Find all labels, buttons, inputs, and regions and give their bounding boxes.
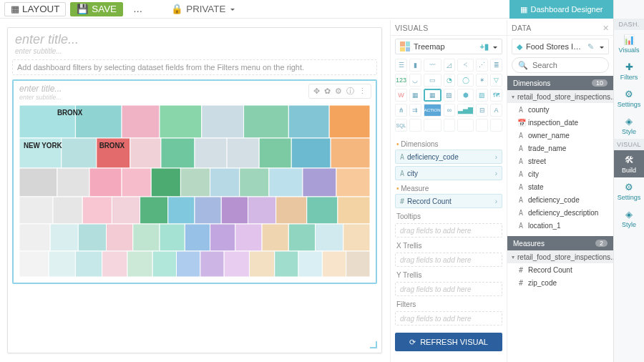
measures-group-header[interactable]: Measures 2	[507, 236, 613, 250]
edit-icon[interactable]: ✎	[587, 42, 594, 52]
refresh-label: REFRESH VISUAL	[420, 338, 488, 346]
viz-bar[interactable]: ▮	[409, 59, 421, 72]
dimension-field-deficiency-code[interactable]: Adeficiency_code	[507, 193, 613, 206]
svg-rect-39	[307, 197, 338, 224]
dashboard-subtitle-input[interactable]: enter subtitle...	[8, 47, 381, 58]
chevron-right-icon[interactable]: ›	[495, 153, 497, 161]
viz-combo[interactable]: ⧼	[457, 59, 474, 72]
tooltips-shelf[interactable]: drag fields to add here	[395, 223, 502, 238]
viz-action[interactable]: ACTION	[424, 104, 441, 117]
xtrellis-shelf[interactable]: drag fields to add here	[395, 253, 502, 267]
save-button[interactable]: 💾 SAVE	[70, 2, 123, 16]
dimensions-group-header[interactable]: Dimensions 10	[507, 76, 613, 90]
dimension-field-county[interactable]: Acounty	[507, 103, 613, 116]
viz-us[interactable]: 🗺	[490, 89, 502, 102]
dataset-selector[interactable]: ◆ Food Stores Inspection... ✎	[512, 39, 609, 54]
more-button[interactable]: …	[127, 2, 148, 16]
visual-card[interactable]: enter title... enter subtitle... ✥ ✿ ⚙ ⓘ…	[12, 79, 377, 284]
viz-text[interactable]: A	[490, 104, 502, 117]
canvas-resize-handle[interactable]	[370, 341, 377, 348]
dimension-pill-city[interactable]: Acity ›	[395, 166, 502, 180]
viz-kpi[interactable]: 123	[395, 74, 407, 87]
info-icon[interactable]: ⓘ	[346, 86, 354, 97]
viz-geo[interactable]: ⬢	[457, 89, 474, 102]
filters-shelf[interactable]: drag fields to add here	[395, 311, 502, 326]
viz-link[interactable]: ∞	[444, 104, 456, 117]
viz-blank1[interactable]	[409, 119, 421, 132]
rail-dash-settings[interactable]: ⚙Settings	[614, 84, 644, 112]
dimension-field-street[interactable]: Astreet	[507, 155, 613, 167]
refresh-visual-button[interactable]: ⟳ REFRESH VISUAL	[395, 333, 502, 351]
chevron-right-icon[interactable]: ›	[495, 170, 497, 177]
rail-visual-build[interactable]: 🛠Build	[614, 150, 644, 177]
add-visual-icon[interactable]: +▮	[480, 42, 489, 51]
viz-funnel[interactable]: ▽	[490, 74, 502, 87]
rail-dash-visuals[interactable]: 📊Visuals	[614, 30, 644, 57]
dimension-field-state[interactable]: Astate	[507, 180, 613, 193]
viz-box[interactable]: ⊟	[476, 104, 488, 117]
dimensions-shelf[interactable]: Adeficiency_code › Acity ›	[391, 150, 507, 180]
measure-field-zip-code[interactable]: #zip_code	[507, 276, 613, 289]
viz-gauge[interactable]: ◡	[409, 74, 421, 87]
settings-icon[interactable]: ✿	[324, 87, 331, 96]
viz-blank4[interactable]	[457, 119, 474, 132]
field-search[interactable]: 🔍 ⊗	[512, 57, 609, 73]
chevron-down-icon[interactable]	[597, 42, 604, 51]
rail-visual-settings[interactable]: ⚙Settings	[614, 177, 644, 205]
dashboard-designer-button[interactable]: ▦ Dashboard Designer	[509, 0, 613, 19]
dimension-field-owner-name[interactable]: Aowner_name	[507, 129, 613, 142]
viz-pie[interactable]: ◔	[444, 74, 456, 87]
rail-dash-style[interactable]: ◈Style	[614, 112, 644, 139]
measures-table-header[interactable]: retail_food_store_inspections...	[507, 250, 613, 263]
visual-type-label: Treemap	[414, 42, 445, 51]
chevron-right-icon[interactable]: ›	[495, 197, 497, 205]
measure-pill-record-count[interactable]: #Record Count ›	[395, 194, 502, 208]
dimension-pill-deficiency-code[interactable]: Adeficiency_code ›	[395, 150, 502, 164]
close-icon[interactable]: ✕	[602, 24, 609, 32]
measure-field-record-count[interactable]: #Record Count	[507, 263, 613, 276]
dimensions-table-header[interactable]: retail_food_store_inspections...	[507, 90, 613, 103]
viz-sankey[interactable]: ⇉	[409, 104, 421, 117]
ellipsis-icon[interactable]: ⋮	[358, 87, 366, 96]
viz-word[interactable]: W	[395, 89, 407, 102]
move-icon[interactable]: ✥	[313, 87, 320, 96]
viz-histogram[interactable]: ▃▅▇	[457, 104, 474, 117]
gear-icon[interactable]: ⚙	[335, 87, 342, 96]
rail-dash-filters[interactable]: ✚Filters	[614, 57, 644, 84]
dimension-field-inspection-date[interactable]: 📅inspection_date	[507, 116, 613, 129]
viz-donut[interactable]: ◯	[457, 74, 474, 87]
dimension-field-city[interactable]: Acity	[507, 167, 613, 180]
viz-radar[interactable]: ✶	[476, 74, 488, 87]
dimension-field-location-1[interactable]: Alocation_1	[507, 219, 613, 232]
viz-line[interactable]: 〰	[424, 59, 441, 72]
ytrellis-shelf[interactable]: drag fields to add here	[395, 282, 502, 296]
viz-heat[interactable]: ▦	[409, 89, 421, 102]
dashboard-title-input[interactable]: enter title...	[8, 28, 381, 47]
viz-table[interactable]: ☰	[395, 59, 407, 72]
viz-choropleth[interactable]: ▨	[476, 89, 488, 102]
viz-stacked[interactable]: ≣	[490, 59, 502, 72]
viz-treemap[interactable]: ▦	[424, 89, 441, 102]
viz-bullet[interactable]: ▭	[424, 74, 441, 87]
treemap-chart[interactable]: BRONX NEW YORK BRONX	[19, 105, 370, 277]
measure-shelf[interactable]: #Record Count ›	[391, 194, 507, 208]
dimension-field-deficiency-description[interactable]: Adeficiency_description	[507, 206, 613, 219]
chevron-down-icon[interactable]	[491, 42, 497, 51]
layout-button[interactable]: ▦ LAYOUT	[4, 2, 66, 16]
viz-sql[interactable]: SQL	[395, 119, 407, 132]
viz-blank3[interactable]	[444, 119, 456, 132]
save-icon: 💾	[77, 4, 89, 14]
viz-area[interactable]: ◿	[444, 59, 456, 72]
viz-blank5[interactable]	[476, 119, 488, 132]
dimension-field-trade-name[interactable]: Atrade_name	[507, 142, 613, 155]
privacy-toggle[interactable]: 🔒 PRIVATE	[165, 2, 240, 16]
viz-network[interactable]: ⋔	[395, 104, 407, 117]
visual-type-select[interactable]: Treemap +▮	[395, 39, 502, 54]
viz-blank6[interactable]	[490, 119, 502, 132]
viz-map[interactable]: ▧	[444, 89, 456, 102]
dashboard-filter-hint: Add dashboard filters by selecting datas…	[12, 59, 377, 75]
viz-scatter[interactable]: ⋰	[476, 59, 488, 72]
rail-visual-style[interactable]: ◈Style	[614, 205, 644, 232]
viz-blank2[interactable]	[424, 119, 441, 132]
svg-rect-60	[177, 251, 200, 277]
